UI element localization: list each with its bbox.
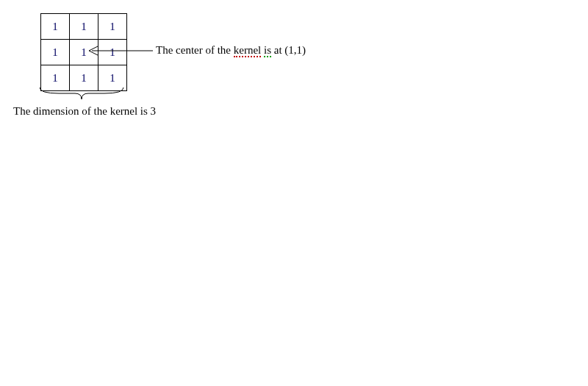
dimension-label: The dimension of the kernel is 3 bbox=[13, 105, 156, 118]
kernel-cell: 1 bbox=[70, 65, 98, 91]
kernel-cell: 1 bbox=[98, 65, 127, 91]
kernel-cell: 1 bbox=[98, 14, 127, 40]
kernel-cell: 1 bbox=[41, 14, 70, 40]
kernel-cell: 1 bbox=[70, 40, 98, 65]
kernel-cell: 1 bbox=[41, 40, 70, 65]
kernel-cell: 1 bbox=[41, 65, 70, 91]
kernel-grid: 1 1 1 1 1 1 1 1 1 bbox=[40, 13, 127, 91]
center-label-word-is: is bbox=[264, 44, 271, 57]
center-label-word-kernel: kernel bbox=[234, 44, 261, 57]
center-label-suffix: at (1,1) bbox=[271, 44, 306, 56]
kernel-cell: 1 bbox=[98, 40, 127, 65]
center-label-prefix: The center of the bbox=[156, 44, 234, 56]
kernel-cell: 1 bbox=[70, 14, 98, 40]
center-label: The center of the kernel is at (1,1) bbox=[156, 44, 306, 57]
